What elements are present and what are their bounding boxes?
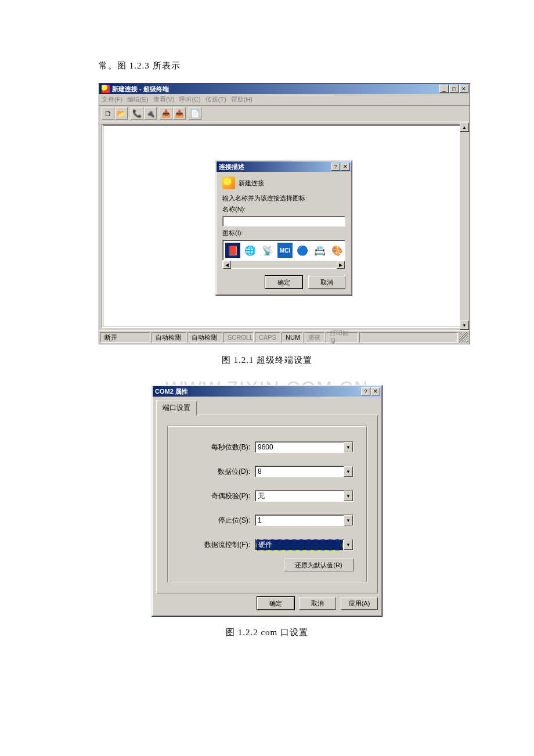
scroll-up-icon[interactable]: ▲ <box>460 123 469 132</box>
bps-label: 每秒位数(B): <box>186 442 250 452</box>
hyperterminal-window: 新建连接 - 超级终端 _ □ ✕ 文件(F) 编辑(E) 查看(V) 呼叫(C… <box>99 83 470 344</box>
menubar: 文件(F) 编辑(E) 查看(V) 呼叫(C) 传送(T) 帮助(H) <box>99 94 470 106</box>
com-properties-dialog: COM2 属性 ? ✕ 端口设置 每秒位数(B): 9600 ▼ <box>151 385 383 617</box>
icon-label: 图标(I): <box>222 229 345 237</box>
status-echo: 打印回显 <box>326 332 358 343</box>
flowcontrol-label: 数据流控制(F): <box>186 540 250 550</box>
conn-icon-1[interactable]: 🌐 <box>243 243 258 258</box>
stopbits-label: 停止位(S): <box>186 516 250 525</box>
com-help-button[interactable]: ? <box>361 387 370 395</box>
toolbar-open-icon[interactable]: 📂 <box>115 107 128 120</box>
chevron-down-icon[interactable]: ▼ <box>344 466 353 477</box>
dialog-prompt: 输入名称并为该连接选择图标: <box>222 194 345 203</box>
toolbar-disconnect-icon[interactable]: 🔌 <box>144 107 157 120</box>
new-connection-label: 新建连接 <box>239 179 264 188</box>
name-label: 名称(N): <box>222 205 345 214</box>
stopbits-value: 1 <box>255 516 344 524</box>
status-num: NUM <box>282 332 302 343</box>
connection-description-dialog: 连接描述 ? ✕ 新建连接 输入名称并为该连接选择图标: 名称( <box>215 160 352 296</box>
client-area: ▲ ▼ 连接描述 ? ✕ <box>99 121 470 330</box>
icon-scrollbar[interactable]: ◀ ▶ <box>222 261 345 269</box>
parity-combo[interactable]: 无 ▼ <box>255 490 353 502</box>
chevron-down-icon[interactable]: ▼ <box>344 491 353 501</box>
toolbar-receive-icon[interactable]: 📤 <box>173 107 186 120</box>
chevron-down-icon[interactable]: ▼ <box>344 539 353 550</box>
menu-file[interactable]: 文件(F) <box>102 95 122 104</box>
menu-transfer[interactable]: 传送(T) <box>205 95 226 104</box>
conn-icon-5[interactable]: 📇 <box>312 243 327 258</box>
close-button[interactable]: ✕ <box>459 85 468 93</box>
connection-name-input[interactable] <box>222 216 345 226</box>
status-connection: 断开 <box>100 332 150 343</box>
minimize-button[interactable]: _ <box>439 85 449 93</box>
status-caps: CAPS <box>255 332 280 343</box>
bps-combo[interactable]: 9600 ▼ <box>255 441 353 453</box>
dialog-close-button[interactable]: ✕ <box>341 163 350 171</box>
menu-call[interactable]: 呼叫(C) <box>179 95 200 104</box>
tab-port-settings[interactable]: 端口设置 <box>156 401 197 415</box>
databits-value: 8 <box>255 467 344 476</box>
app-icon <box>102 85 110 93</box>
dialog-cancel-button[interactable]: 取消 <box>308 276 345 289</box>
dialog-titlebar: 连接描述 ? ✕ <box>217 161 351 172</box>
menu-view[interactable]: 查看(V) <box>153 95 175 104</box>
com-close-button[interactable]: ✕ <box>371 387 380 395</box>
stopbits-combo[interactable]: 1 ▼ <box>255 514 353 526</box>
conn-icon-4[interactable]: 🔵 <box>295 243 310 258</box>
com-apply-button[interactable]: 应用(A) <box>341 597 378 610</box>
new-connection-icon <box>222 177 235 189</box>
chevron-down-icon[interactable]: ▼ <box>344 442 353 452</box>
conn-icon-0[interactable]: 📕 <box>225 243 240 258</box>
conn-icon-3[interactable]: MCI <box>277 243 293 258</box>
status-scroll: SCROLL <box>223 332 254 343</box>
dialog-help-button[interactable]: ? <box>331 163 340 171</box>
dialog-ok-button[interactable]: 确定 <box>265 276 302 289</box>
icon-scroll-right-icon[interactable]: ▶ <box>337 261 345 269</box>
chevron-down-icon[interactable]: ▼ <box>344 515 353 525</box>
com-cancel-button[interactable]: 取消 <box>299 597 336 610</box>
parity-label: 奇偶校验(P): <box>186 491 250 501</box>
window-title: 新建连接 - 超级终端 <box>112 85 169 93</box>
conn-icon-2[interactable]: 📡 <box>260 243 275 258</box>
conn-icon-6[interactable]: 🎨 <box>330 243 345 258</box>
maximize-button[interactable]: □ <box>449 85 459 93</box>
toolbar-new-icon[interactable]: 🗋 <box>102 107 114 120</box>
intro-text: 常。图 1.2.3 所表示 <box>99 58 435 74</box>
icon-chooser[interactable]: 📕 🌐 📡 MCI 🔵 📇 🎨 <box>222 240 345 261</box>
resize-grip-icon[interactable] <box>459 332 468 343</box>
settings-group: 每秒位数(B): 9600 ▼ 数据位(D): 8 ▼ <box>167 426 367 582</box>
toolbar-connect-icon[interactable]: 📞 <box>131 107 143 120</box>
hyperterminal-titlebar: 新建连接 - 超级终端 _ □ ✕ <box>99 84 470 94</box>
flowcontrol-value: 硬件 <box>256 539 343 550</box>
status-autodetect1: 自动检测 <box>151 332 186 343</box>
scroll-down-icon[interactable]: ▼ <box>460 321 469 330</box>
figure-caption-2: 图 1.2.2 com 口设置 <box>99 627 435 638</box>
databits-label: 数据位(D): <box>186 467 250 477</box>
dialog-title: 连接描述 <box>219 163 244 171</box>
toolbar-properties-icon[interactable]: 📄 <box>189 107 201 120</box>
com-ok-button[interactable]: 确定 <box>257 597 294 610</box>
toolbar-send-icon[interactable]: 📥 <box>160 107 172 120</box>
icon-scroll-left-icon[interactable]: ◀ <box>223 261 231 269</box>
toolbar: 🗋 📂 📞 🔌 📥 📤 📄 <box>99 106 470 121</box>
statusbar: 断开 自动检测 自动检测 SCROLL CAPS NUM 捕获 打印回显 <box>99 330 470 344</box>
status-capture: 捕获 <box>304 332 324 343</box>
restore-defaults-button[interactable]: 还原为默认值(R) <box>284 559 353 571</box>
bps-value: 9600 <box>255 443 344 451</box>
tab-panel: 每秒位数(B): 9600 ▼ 数据位(D): 8 ▼ <box>156 415 378 593</box>
databits-combo[interactable]: 8 ▼ <box>255 466 353 477</box>
parity-value: 无 <box>255 491 344 501</box>
com-titlebar: COM2 属性 ? ✕ <box>153 386 381 397</box>
flowcontrol-combo[interactable]: 硬件 ▼ <box>255 539 353 550</box>
com-title: COM2 属性 <box>155 387 188 396</box>
vertical-scrollbar[interactable]: ▲ ▼ <box>460 123 469 330</box>
status-autodetect2: 自动检测 <box>187 332 222 343</box>
figure-caption-1: 图 1.2.1 超级终端设置 <box>99 355 435 366</box>
menu-help[interactable]: 帮助(H) <box>231 95 252 104</box>
menu-edit[interactable]: 编辑(E) <box>127 95 149 104</box>
